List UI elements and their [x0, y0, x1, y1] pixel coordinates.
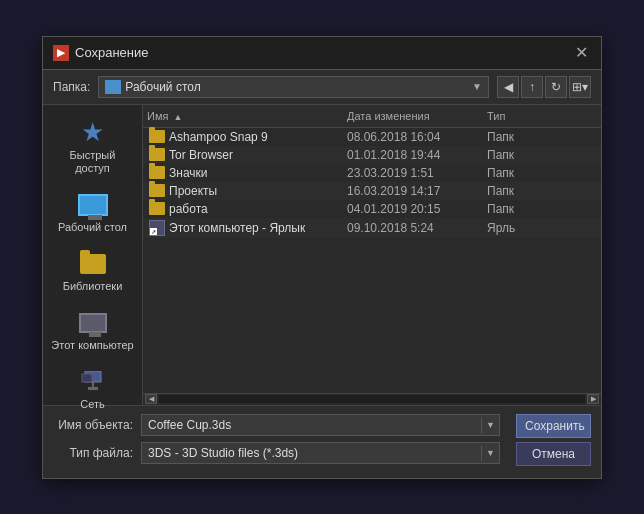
file-name-cell: Этот компьютер - Ярлык	[143, 220, 343, 236]
sidebar-item-quick-access-label: Быстрый доступ	[51, 149, 134, 175]
file-type: Папк	[483, 184, 563, 198]
file-name-cell: Ashampoo Snap 9	[143, 130, 343, 144]
scroll-track[interactable]	[159, 395, 585, 403]
svg-rect-3	[88, 387, 98, 390]
scroll-right-button[interactable]: ▶	[587, 394, 599, 404]
filetype-input[interactable]	[142, 443, 481, 463]
file-date: 09.10.2018 5:24	[343, 221, 483, 235]
filename-input-wrapper: ▼	[141, 414, 500, 436]
folder-selector[interactable]: Рабочий стол ▼	[98, 76, 489, 98]
folder-label: Папка:	[53, 80, 90, 94]
filename-label: Имя объекта:	[53, 418, 133, 432]
file-name: Этот компьютер - Ярлык	[169, 221, 305, 235]
column-header-type[interactable]: Тип	[483, 108, 563, 124]
filename-row: Имя объекта: ▼	[53, 414, 500, 436]
file-date: 01.01.2018 19:44	[343, 148, 483, 162]
sidebar: ★ Быстрый доступ Рабочий стол Библиотеки	[43, 105, 143, 405]
file-name: Проекты	[169, 184, 217, 198]
nav-refresh-button[interactable]: ↻	[545, 76, 567, 98]
cancel-button[interactable]: Отмена	[516, 442, 591, 466]
nav-up-button[interactable]: ↑	[521, 76, 543, 98]
file-list-header: Имя ▲ Дата изменения Тип	[143, 105, 601, 128]
network-icon	[77, 368, 109, 396]
file-type: Папк	[483, 148, 563, 162]
file-type: Папк	[483, 130, 563, 144]
file-date: 04.01.2019 20:15	[343, 202, 483, 216]
folder-dropdown-arrow: ▼	[472, 81, 482, 92]
sidebar-item-network-label: Сеть	[80, 398, 104, 411]
file-name-cell: Проекты	[143, 184, 343, 198]
file-date: 23.03.2019 1:51	[343, 166, 483, 180]
title-bar: ▶ Сохранение ✕	[43, 37, 601, 70]
file-name: Значки	[169, 166, 208, 180]
shortcut-icon	[149, 220, 165, 236]
folder-icon	[149, 184, 165, 197]
libraries-icon	[77, 250, 109, 278]
sidebar-item-computer[interactable]: Этот компьютер	[47, 303, 138, 358]
file-type: Ярль	[483, 221, 563, 235]
folder-icon	[149, 202, 165, 215]
save-dialog: ▶ Сохранение ✕ Папка: Рабочий стол ▼ ◀ ↑…	[42, 36, 602, 479]
column-header-date[interactable]: Дата изменения	[343, 108, 483, 124]
file-name-cell: работа	[143, 202, 343, 216]
filetype-dropdown-arrow[interactable]: ▼	[481, 445, 499, 461]
app-icon: ▶	[53, 45, 69, 61]
sort-indicator: ▲	[174, 112, 183, 122]
folder-icon	[149, 166, 165, 179]
sidebar-item-desktop[interactable]: Рабочий стол	[47, 185, 138, 240]
table-row[interactable]: работа 04.01.2019 20:15 Папк	[143, 200, 601, 218]
horizontal-scrollbar[interactable]: ◀ ▶	[143, 393, 601, 405]
action-buttons: Сохранить Отмена	[516, 414, 591, 466]
file-rows: Ashampoo Snap 9 08.06.2018 16:04 Папк To…	[143, 128, 601, 238]
close-button[interactable]: ✕	[571, 43, 591, 63]
folder-icon	[149, 130, 165, 143]
svg-rect-1	[82, 374, 92, 382]
file-date: 08.06.2018 16:04	[343, 130, 483, 144]
desktop-icon	[77, 191, 109, 219]
file-name: работа	[169, 202, 208, 216]
nav-views-button[interactable]: ⊞▾	[569, 76, 591, 98]
folder-icon	[149, 148, 165, 161]
file-list-container: Имя ▲ Дата изменения Тип Ashampoo Snap 9…	[143, 105, 601, 405]
form-fields: Имя объекта: ▼ Тип файла: ▼	[53, 414, 500, 470]
file-type: Папк	[483, 202, 563, 216]
nav-back-button[interactable]: ◀	[497, 76, 519, 98]
table-row[interactable]: Tor Browser 01.01.2018 19:44 Папк	[143, 146, 601, 164]
bottom-section: Имя объекта: ▼ Тип файла: ▼ Сохранить О	[43, 405, 601, 478]
sidebar-item-quick-access[interactable]: ★ Быстрый доступ	[47, 113, 138, 181]
filetype-input-wrapper: ▼	[141, 442, 500, 464]
table-row[interactable]: Ashampoo Snap 9 08.06.2018 16:04 Папк	[143, 128, 601, 146]
file-name-cell: Tor Browser	[143, 148, 343, 162]
file-name-cell: Значки	[143, 166, 343, 180]
save-button[interactable]: Сохранить	[516, 414, 591, 438]
file-date: 16.03.2019 14:17	[343, 184, 483, 198]
sidebar-item-computer-label: Этот компьютер	[51, 339, 133, 352]
title-bar-left: ▶ Сохранение	[53, 45, 149, 61]
filename-dropdown-arrow[interactable]: ▼	[481, 417, 499, 433]
quick-access-icon: ★	[77, 119, 109, 147]
file-type: Папк	[483, 166, 563, 180]
file-name: Ashampoo Snap 9	[169, 130, 268, 144]
main-content: ★ Быстрый доступ Рабочий стол Библиотеки	[43, 105, 601, 405]
computer-icon	[77, 309, 109, 337]
filetype-row: Тип файла: ▼	[53, 442, 500, 464]
table-row[interactable]: Значки 23.03.2019 1:51 Папк	[143, 164, 601, 182]
sidebar-item-libraries-label: Библиотеки	[63, 280, 123, 293]
table-row[interactable]: Проекты 16.03.2019 14:17 Папк	[143, 182, 601, 200]
sidebar-item-desktop-label: Рабочий стол	[58, 221, 127, 234]
nav-buttons: ◀ ↑ ↻ ⊞▾	[497, 76, 591, 98]
sidebar-item-libraries[interactable]: Библиотеки	[47, 244, 138, 299]
sidebar-item-network[interactable]: Сеть	[47, 362, 138, 417]
toolbar: Папка: Рабочий стол ▼ ◀ ↑ ↻ ⊞▾	[43, 70, 601, 105]
file-list[interactable]: Имя ▲ Дата изменения Тип Ashampoo Snap 9…	[143, 105, 601, 393]
scroll-left-button[interactable]: ◀	[145, 394, 157, 404]
dialog-title: Сохранение	[75, 45, 149, 60]
file-name: Tor Browser	[169, 148, 233, 162]
column-header-name[interactable]: Имя ▲	[143, 108, 343, 124]
table-row[interactable]: Этот компьютер - Ярлык 09.10.2018 5:24 Я…	[143, 218, 601, 238]
filename-input[interactable]	[142, 415, 481, 435]
folder-selector-icon	[105, 80, 121, 94]
current-folder-text: Рабочий стол	[125, 80, 468, 94]
filetype-label: Тип файла:	[53, 446, 133, 460]
